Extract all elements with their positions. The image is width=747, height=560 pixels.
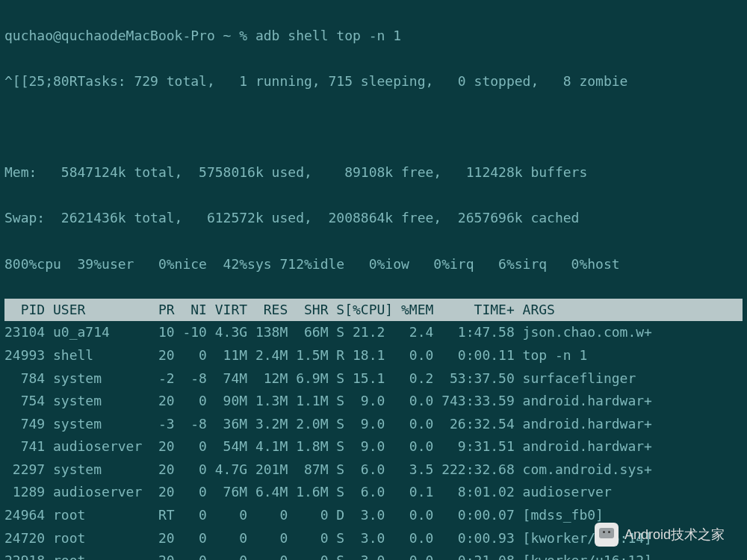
process-table-header: PID USER PR NI VIRT RES SHR S[%CPU] %MEM…: [4, 299, 743, 322]
process-row: 1289 audioserver 20 0 76M 6.4M 1.6M S 6.…: [4, 481, 743, 504]
cpu-summary: 800%cpu 39%user 0%nice 42%sys 712%idle 0…: [4, 253, 743, 276]
process-row: 749 system -3 -8 36M 3.2M 2.0M S 9.0 0.0…: [4, 413, 743, 436]
terminal-output[interactable]: quchao@quchaodeMacBook-Pro ~ % adb shell…: [0, 0, 747, 560]
process-row: 784 system -2 -8 74M 12M 6.9M S 15.1 0.2…: [4, 367, 743, 391]
process-row: 23104 u0_a714 10 -10 4.3G 138M 66M S 21.…: [4, 321, 743, 344]
wechat-icon: [595, 523, 619, 547]
process-row: 22918 root 20 0 0 0 0 S 3.0 0.0 0:21.08 …: [4, 550, 743, 560]
process-row: 24993 shell 20 0 11M 2.4M 1.5M R 18.1 0.…: [4, 344, 743, 367]
process-row: 754 system 20 0 90M 1.3M 1.1M S 9.0 0.0 …: [4, 390, 743, 413]
tasks-summary: ^[[25;80RTasks: 729 total, 1 running, 71…: [4, 70, 743, 93]
watermark-text: Android技术之家: [624, 523, 725, 547]
command-prompt: quchao@quchaodeMacBook-Pro ~ % adb shell…: [4, 25, 743, 48]
watermark: Android技术之家: [595, 523, 725, 547]
process-row: 741 audioserver 20 0 54M 4.1M 1.8M S 9.0…: [4, 435, 743, 458]
blank-line: [4, 116, 743, 139]
mem-summary: Mem: 5847124k total, 5758016k used, 8910…: [4, 161, 743, 184]
process-row: 2297 system 20 0 4.7G 201M 87M S 6.0 3.5…: [4, 458, 743, 482]
swap-summary: Swap: 2621436k total, 612572k used, 2008…: [4, 207, 743, 230]
